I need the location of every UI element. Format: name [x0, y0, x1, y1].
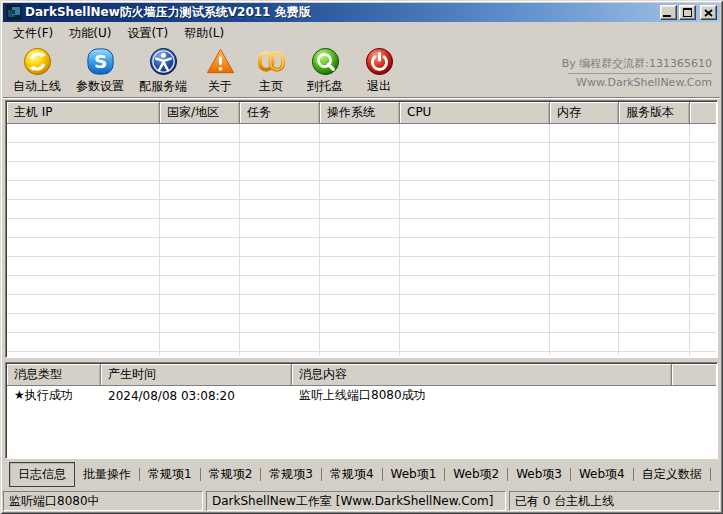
menu-item-file[interactable]: 文件(F): [5, 23, 61, 44]
server-config-icon: [148, 46, 179, 77]
grid-line: [159, 124, 160, 356]
server-config-button[interactable]: 配服务端: [134, 46, 192, 95]
app-icon: [6, 5, 22, 20]
about-button[interactable]: 关于: [197, 46, 243, 95]
tab-web-2[interactable]: Web项2: [445, 463, 507, 486]
to-tray-icon: [310, 46, 341, 77]
close-icon: [704, 9, 713, 17]
table-row[interactable]: ★执行成功 2024/08/08 03:08:20 监听上线端口8080成功: [7, 386, 716, 405]
host-table: 主机 IP 国家/地区 任务 操作系统 CPU 内存 服务版本: [5, 100, 718, 358]
log-cell-time: 2024/08/08 03:08:20: [101, 389, 292, 403]
exit-button[interactable]: 退出: [356, 46, 402, 95]
grid-line: [618, 124, 619, 356]
column-header-msg-content[interactable]: 消息内容: [292, 364, 672, 385]
byline-block: By 编程群交流群:131365610 Www.DarkShellNew.Com: [562, 56, 712, 89]
tab-log-info[interactable]: 日志信息: [9, 462, 75, 487]
toolbar: 自动上线 S 参数设置 配服务端: [3, 44, 720, 98]
status-bar: 监听端口8080中 DarkShellNew工作室 [Www.DarkShell…: [3, 489, 720, 511]
tool-label: 到托盘: [307, 78, 343, 95]
tab-batch-ops[interactable]: 批量操作: [75, 463, 139, 486]
tool-label: 参数设置: [76, 78, 124, 95]
column-header-filler: [672, 364, 716, 385]
tab-web-3[interactable]: Web项3: [508, 463, 570, 486]
exit-icon: [364, 46, 395, 77]
tab-web-1[interactable]: Web项1: [383, 463, 445, 486]
log-table: 消息类型 产生时间 消息内容 ★执行成功 2024/08/08 03:08:20…: [5, 362, 718, 459]
tab-general-2[interactable]: 常规项2: [201, 463, 261, 486]
menu-item-function[interactable]: 功能(U): [61, 23, 119, 44]
app-window: DarkShellNew防火墙压力测试系统V2011 免费版 文件(F) 功能(…: [0, 0, 723, 514]
tab-general-4[interactable]: 常规项4: [322, 463, 382, 486]
column-header-msg-time[interactable]: 产生时间: [101, 364, 292, 385]
param-settings-button[interactable]: S 参数设置: [71, 46, 129, 95]
column-header-host-ip[interactable]: 主机 IP: [7, 102, 160, 123]
log-cell-content: 监听上线端口8080成功: [292, 387, 672, 404]
column-header-region[interactable]: 国家/地区: [160, 102, 240, 123]
column-header-version[interactable]: 服务版本: [619, 102, 690, 123]
homepage-icon: [256, 46, 287, 77]
status-listening: 监听端口8080中: [3, 491, 203, 511]
status-studio: DarkShellNew工作室 [Www.DarkShellNew.Com]: [206, 491, 506, 511]
tool-label: 关于: [208, 78, 232, 95]
tab-web-4[interactable]: Web项4: [571, 463, 633, 486]
minimize-icon: [663, 15, 671, 17]
website-text: Www.DarkShellNew.Com: [562, 76, 712, 89]
tool-label: 退出: [367, 78, 391, 95]
status-host-count: 已有 0 台主机上线: [509, 491, 720, 511]
log-table-body: ★执行成功 2024/08/08 03:08:20 监听上线端口8080成功: [7, 386, 716, 457]
column-header-cpu[interactable]: CPU: [400, 102, 550, 123]
log-table-header: 消息类型 产生时间 消息内容: [7, 364, 716, 386]
menu-item-help[interactable]: 帮助(L): [176, 23, 232, 44]
column-header-filler: [690, 102, 716, 123]
column-header-os[interactable]: 操作系统: [320, 102, 400, 123]
window-controls: [660, 5, 717, 20]
param-settings-icon: S: [85, 46, 116, 77]
grid-line: [399, 124, 400, 356]
tool-label: 配服务端: [139, 78, 187, 95]
column-header-task[interactable]: 任务: [240, 102, 320, 123]
close-button[interactable]: [700, 5, 717, 20]
to-tray-button[interactable]: 到托盘: [299, 46, 351, 95]
host-table-body[interactable]: [7, 124, 716, 356]
column-header-msg-type[interactable]: 消息类型: [7, 364, 101, 385]
tool-label: 自动上线: [13, 78, 61, 95]
auto-online-icon: [22, 46, 53, 77]
grid-line: [319, 124, 320, 356]
tab-bar: 日志信息 批量操作 常规项1 常规项2 常规项3 常规项4 Web项1 Web项…: [5, 462, 718, 486]
tool-label: 主页: [259, 78, 283, 95]
log-cell-type: ★执行成功: [7, 387, 101, 404]
tab-general-1[interactable]: 常规项1: [140, 463, 200, 486]
menu-item-settings[interactable]: 设置(T): [119, 23, 176, 44]
homepage-button[interactable]: 主页: [248, 46, 294, 95]
minimize-button[interactable]: [660, 5, 677, 20]
grid-line: [239, 124, 240, 356]
svg-text:S: S: [93, 51, 106, 72]
menu-bar: 文件(F) 功能(U) 设置(T) 帮助(L): [3, 23, 720, 43]
tab-custom-data[interactable]: 自定义数据: [634, 463, 710, 486]
title-bar: DarkShellNew防火墙压力测试系统V2011 免费版: [3, 3, 720, 22]
auto-online-button[interactable]: 自动上线: [8, 46, 66, 95]
tab-separator: [710, 468, 711, 481]
grid-line: [689, 124, 690, 356]
byline-divider: [568, 73, 712, 74]
grid-line: [549, 124, 550, 356]
column-header-memory[interactable]: 内存: [550, 102, 619, 123]
host-table-header: 主机 IP 国家/地区 任务 操作系统 CPU 内存 服务版本: [7, 102, 716, 124]
maximize-icon: [683, 8, 692, 17]
window-title: DarkShellNew防火墙压力测试系统V2011 免费版: [25, 4, 657, 21]
maximize-button[interactable]: [679, 5, 696, 20]
byline-text: By 编程群交流群:131365610: [562, 56, 712, 71]
about-icon: [205, 46, 236, 77]
tab-general-3[interactable]: 常规项3: [261, 463, 321, 486]
